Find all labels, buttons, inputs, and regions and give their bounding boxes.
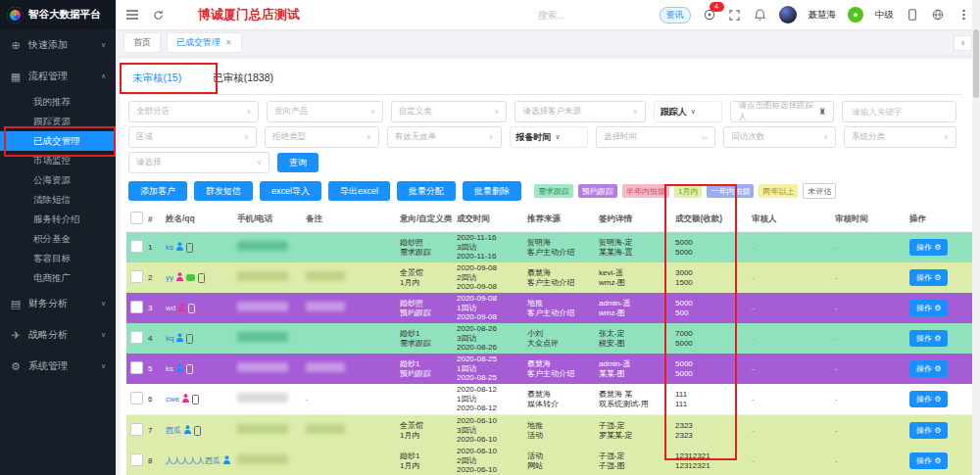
chevron-down-icon: ∨ bbox=[244, 133, 249, 141]
fullscreen-icon[interactable] bbox=[728, 8, 742, 22]
filter-select[interactable]: 请选择客户来源∨ bbox=[514, 101, 645, 122]
panel-tab-1[interactable]: 已审核(1838) bbox=[211, 67, 275, 94]
review-time: - bbox=[835, 364, 838, 373]
operate-button[interactable]: 操作 ⚙ bbox=[909, 422, 948, 439]
customer-name-link[interactable]: ks bbox=[166, 364, 173, 374]
visit-count: 3回访 bbox=[457, 426, 519, 436]
row-checkbox[interactable] bbox=[130, 331, 143, 344]
sidebar-subitem-1-7[interactable]: 积分基金 bbox=[0, 229, 116, 249]
intent-category: 1月内 bbox=[400, 278, 449, 288]
row-checkbox[interactable] bbox=[130, 453, 143, 466]
operate-button[interactable]: 操作 ⚙ bbox=[909, 452, 948, 469]
sidebar-subitem-1-4[interactable]: 公海资源 bbox=[0, 170, 116, 190]
filter-select[interactable]: 意向产品∨ bbox=[267, 101, 383, 122]
action-button-4[interactable]: 批量分配 bbox=[397, 181, 456, 201]
scrollbar-thumb[interactable] bbox=[973, 29, 979, 98]
phone-icon bbox=[186, 243, 193, 253]
query-button[interactable]: 查询 bbox=[277, 153, 318, 172]
filter-select[interactable]: 系统分类∨ bbox=[844, 126, 956, 148]
sidebar-item-1[interactable]: ▦流程管理∧ bbox=[0, 61, 116, 92]
customer-name-link[interactable]: 西瓜 bbox=[166, 426, 181, 436]
customer-name-link[interactable]: wd bbox=[166, 304, 175, 313]
search-input[interactable] bbox=[536, 9, 648, 22]
nav-tab-0[interactable]: 首页 bbox=[123, 32, 161, 53]
sidebar-subitem-1-6[interactable]: 服务转介绍 bbox=[0, 210, 116, 229]
operate-button[interactable]: 操作 ⚙ bbox=[909, 300, 948, 316]
refresh-icon[interactable] bbox=[151, 8, 165, 22]
bell-icon[interactable] bbox=[754, 8, 767, 22]
support-icon[interactable]: 4 bbox=[703, 8, 716, 22]
panel-tab-0[interactable]: 未审核(15) bbox=[130, 67, 183, 94]
row-checkbox[interactable] bbox=[130, 270, 143, 283]
filter-picker[interactable]: 报备时间∨ bbox=[510, 126, 589, 148]
row-checkbox[interactable] bbox=[130, 240, 143, 253]
news-chip[interactable]: 资讯 bbox=[660, 7, 691, 24]
filter-select[interactable]: 自定义类∨ bbox=[391, 101, 508, 122]
deal-date: 2020-06-10 bbox=[457, 447, 519, 456]
globe-icon[interactable] bbox=[931, 8, 945, 22]
sidebar-subitem-1-5[interactable]: 清除短信 bbox=[0, 190, 116, 210]
action-button-5[interactable]: 批量删除 bbox=[463, 181, 521, 201]
hamburger-icon[interactable] bbox=[125, 8, 139, 22]
row-checkbox[interactable] bbox=[130, 301, 143, 313]
operate-button[interactable]: 操作 ⚙ bbox=[909, 239, 948, 256]
row-checkbox[interactable] bbox=[130, 392, 143, 404]
operate-button[interactable]: 操作 ⚙ bbox=[909, 391, 948, 407]
sidebar-item-3[interactable]: ✈战略分析∨ bbox=[0, 319, 116, 351]
action-button-1[interactable]: 群发短信 bbox=[194, 181, 253, 201]
filter-select[interactable]: 请选择∨ bbox=[128, 152, 270, 173]
action-button-3[interactable]: 导出excel bbox=[328, 181, 390, 201]
row-checkbox[interactable] bbox=[130, 423, 143, 436]
filter-icon-picker[interactable]: 请点击图标选择跟踪人♜ bbox=[730, 101, 834, 122]
sign-person: admin-遥 bbox=[599, 359, 667, 369]
mobile-icon[interactable] bbox=[906, 8, 919, 22]
customer-name-link[interactable]: yy bbox=[166, 273, 173, 283]
sidebar-subitem-1-0[interactable]: 我的推荐 bbox=[0, 92, 116, 112]
sidebar-subitem-1-3[interactable]: 市场监控 bbox=[0, 151, 116, 170]
filter-picker[interactable]: 跟踪人∨ bbox=[654, 101, 723, 122]
phone-number-redacted bbox=[237, 271, 288, 281]
intent-product: 全景馆 bbox=[400, 421, 449, 431]
customer-name-link[interactable]: ks bbox=[166, 243, 173, 253]
filter-select[interactable]: 拒绝类型∨ bbox=[265, 126, 379, 148]
sidebar-item-0[interactable]: ⊕快速添加∨ bbox=[0, 29, 116, 61]
deal-date: 2020-06-10 bbox=[457, 416, 519, 426]
nav-tab-1[interactable]: 已成交管理✕ bbox=[167, 32, 242, 53]
customer-name-link[interactable]: cwe bbox=[166, 395, 179, 404]
sidebar-item-2[interactable]: ▤财务分析∨ bbox=[0, 288, 116, 319]
filter-select[interactable]: 回访次数∨ bbox=[723, 126, 836, 148]
action-button-2[interactable]: excel导入 bbox=[260, 181, 321, 201]
row-checkbox[interactable] bbox=[130, 361, 143, 374]
sidebar-subitem-1-8[interactable]: 客容目标 bbox=[0, 249, 116, 268]
tabs-dropdown-icon[interactable]: ∨ bbox=[954, 35, 972, 51]
operate-button[interactable]: 操作 ⚙ bbox=[909, 269, 948, 286]
user-avatar[interactable] bbox=[779, 6, 797, 24]
chevron-down-icon: ∨ bbox=[370, 108, 375, 116]
customer-name-link[interactable]: 人人人人人西瓜 bbox=[166, 456, 220, 466]
sidebar-item-4[interactable]: ⚙系统管理∨ bbox=[0, 351, 116, 382]
chevron-down-icon: ∨ bbox=[488, 133, 493, 141]
source-channel: 客户主动介绍 bbox=[527, 369, 591, 379]
sidebar-subitem-1-1[interactable]: 跟踪资源 bbox=[0, 112, 116, 131]
operate-button[interactable]: 操作 ⚙ bbox=[909, 360, 948, 377]
deal-amount: 12312321 bbox=[675, 451, 744, 461]
referrer: 活动 bbox=[527, 451, 591, 461]
filter-select[interactable]: 区域∨ bbox=[128, 126, 257, 148]
keyword-input[interactable] bbox=[850, 106, 949, 118]
sidebar-subitem-1-2[interactable]: 已成交管理 bbox=[0, 131, 116, 151]
filter-select[interactable]: 全部分店∨ bbox=[128, 101, 259, 122]
sidebar-subitem-1-9[interactable]: 电商推广 bbox=[0, 268, 116, 288]
filter-row-0: 全部分店∨意向产品∨自定义类∨请选择客户来源∨跟踪人∨请点击图标选择跟踪人♜ bbox=[128, 101, 956, 122]
customer-name-link[interactable]: kq bbox=[166, 334, 173, 344]
table-row-7: 7西瓜全景馆1月内2020-06-103回访2020-06-10地推活动子强-定… bbox=[126, 415, 972, 447]
source-channel: 活动 bbox=[527, 431, 591, 441]
filter-select[interactable]: 有效无效单∨ bbox=[387, 126, 502, 148]
select-all-checkbox[interactable] bbox=[130, 212, 143, 224]
page-scrollbar[interactable] bbox=[972, 0, 980, 475]
intent-category: 预约跟踪 bbox=[400, 369, 449, 379]
close-icon[interactable]: ✕ bbox=[225, 38, 232, 47]
action-button-0[interactable]: 添加客户 bbox=[128, 181, 187, 201]
filter-date-input[interactable]: 选择时间▭ bbox=[596, 126, 715, 148]
kebab-menu-icon[interactable] bbox=[956, 8, 970, 22]
operate-button[interactable]: 操作 ⚙ bbox=[909, 330, 948, 347]
